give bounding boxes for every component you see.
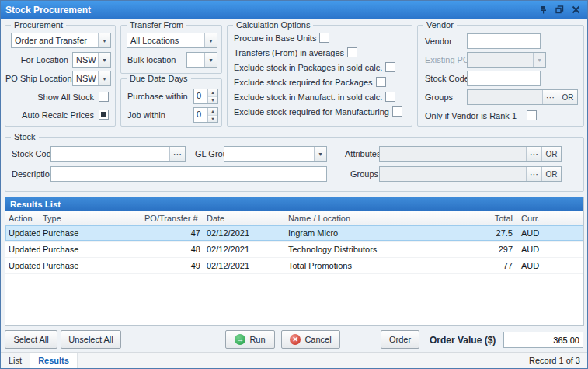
stock-code-lookup[interactable]: ⋯ [50,146,186,162]
calc-option[interactable]: Procure in Base Units [234,33,409,43]
restore-icon[interactable] [553,4,566,16]
cancel-button[interactable]: ✕ Cancel [281,330,340,349]
stock-group-caption: Stock [11,132,39,141]
stock-groups-or-button[interactable]: OR [541,167,561,181]
calc-option[interactable]: Exclude stock in Packages in sold calc. [234,62,409,72]
column-header-total[interactable]: Total [471,214,516,223]
cell-name-location: Technology Distributors [285,245,471,254]
ellipsis-icon[interactable]: ⋯ [526,147,541,161]
chevron-down-icon[interactable]: ▾ [98,33,110,47]
purchase-within-spinner[interactable]: 0 ▲ ▼ [193,89,218,104]
column-header-date[interactable]: Date [204,214,285,223]
attributes-or-button[interactable]: OR [541,147,561,161]
procurement-mode-select[interactable]: Order and Transfer ▾ [11,33,111,48]
spinner-down-icon[interactable]: ▼ [208,115,217,123]
cell-name-location: Ingram Micro [285,228,471,238]
vendor-groups-or-button[interactable]: OR [558,90,577,104]
run-label: Run [249,335,265,344]
cell-curr: AUD [516,261,583,270]
tab-results[interactable]: Results [30,353,78,368]
auto-recalc-checkbox[interactable] [99,110,109,120]
column-header-action[interactable]: Action [5,214,40,223]
order-button[interactable]: Order [381,330,419,349]
close-icon[interactable] [569,4,583,16]
calc-option[interactable]: Transfers (From) in averages [234,47,409,57]
calc-option[interactable]: Exclude stock required for Manufacturing [234,106,409,117]
calc-option-checkbox[interactable] [376,77,386,87]
transfer-from-select[interactable]: All Locations ▾ [127,33,217,48]
column-header-po-transfer[interactable]: PO/Transfer # [141,214,204,223]
column-header-type[interactable]: Type [40,214,141,223]
vendor-stock-code-input[interactable] [467,71,541,86]
spinner-buttons: ▲ ▼ [207,89,217,103]
run-button[interactable]: → Run [225,330,275,349]
table-row[interactable]: Updated Purchase 48 02/12/2021 Technolog… [5,242,583,258]
chevron-glyph: ▾ [318,151,322,158]
chevron-down-icon[interactable]: ▾ [314,147,326,161]
auto-recalc-label: Auto Recalc Prices [5,110,94,120]
column-header-name-location[interactable]: Name / Location [285,214,471,223]
calc-option[interactable]: Exclude stock in Manufact. in sold calc. [234,92,409,102]
stock-code-input[interactable] [51,147,169,161]
tab-list[interactable]: List [1,353,30,368]
table-row[interactable]: Updated Purchase 47 02/12/2021 Ingram Mi… [5,225,583,242]
calc-option[interactable]: Exclude stock required for Packages [234,77,409,87]
calc-option-label: Exclude stock required for Manufacturing [234,107,389,117]
cell-po-transfer: 47 [141,228,204,238]
due-date-days-group: Due Date Days Purchase within 0 ▲ ▼ Job … [120,78,222,127]
calc-option-checkbox[interactable] [319,33,329,43]
attributes-value [380,147,526,161]
cell-curr: AUD [516,245,583,254]
spinner-up-icon[interactable]: ▲ [208,89,217,96]
job-within-spinner[interactable]: 0 ▲ ▼ [193,107,218,123]
calc-option-checkbox[interactable] [347,47,357,57]
cell-curr: AUD [516,228,583,238]
calc-option-label: Exclude stock in Manufact. in sold calc. [234,92,382,102]
titlebar[interactable]: Stock Procurement [1,1,587,19]
vendor-input[interactable] [467,33,541,49]
description-input[interactable] [50,166,327,182]
chevron-down-icon[interactable]: ▾ [98,53,110,67]
show-all-stock-checkbox[interactable] [99,92,109,102]
po-ship-location-select[interactable]: NSW ▾ [72,71,111,86]
job-within-label: Job within [127,110,165,120]
ellipsis-icon[interactable]: ⋯ [542,90,558,104]
order-value-label: Order Value ($) [430,335,496,346]
purchase-within-label: Purchase within [127,92,188,102]
chevron-down-icon[interactable]: ▾ [204,53,217,67]
results-header-row[interactable]: Action Type PO/Transfer # Date Name / Lo… [5,211,583,225]
unselect-all-button[interactable]: Unselect All [61,330,121,349]
vendor-rank-checkbox[interactable] [527,110,537,120]
chevron-down-icon[interactable]: ▾ [98,71,110,85]
gl-group-select[interactable]: ▾ [224,146,327,162]
table-row[interactable]: Updated Purchase 49 02/12/2021 Total Pro… [5,258,583,274]
cell-type: Purchase [40,245,141,254]
calc-option-label: Transfers (From) in averages [234,48,344,57]
calc-option-checkbox[interactable] [392,106,402,117]
existing-po-select[interactable]: ▾ [467,52,546,68]
vendor-groups-lookup[interactable]: ⋯ OR [467,89,578,105]
column-header-curr[interactable]: Curr. [516,214,583,223]
status-bar: List Results Record 1 of 3 [1,352,587,368]
ellipsis-icon[interactable]: ⋯ [169,147,185,161]
spinner-down-icon[interactable]: ▼ [208,96,217,104]
pin-icon[interactable] [537,4,550,16]
spinner-up-icon[interactable]: ▲ [208,108,217,115]
vendor-stock-code-label: Stock Code [425,74,469,84]
results-list-caption: Results List [5,197,583,211]
for-location-select[interactable]: NSW ▾ [72,52,111,68]
calc-option-label: Exclude stock required for Packages [234,78,373,87]
select-all-label: Select All [13,335,48,344]
calc-option-checkbox[interactable] [385,92,395,102]
chevron-down-icon[interactable]: ▾ [204,33,217,47]
bulk-location-select[interactable]: ▾ [186,52,217,68]
ellipsis-icon[interactable]: ⋯ [526,167,541,181]
select-all-button[interactable]: Select All [5,330,57,349]
cell-date: 02/12/2021 [204,245,285,254]
for-location-label: For Location [5,55,68,65]
order-value-input[interactable] [503,332,583,348]
calc-option-checkbox[interactable] [385,62,395,72]
attributes-lookup[interactable]: ⋯ OR [379,146,562,162]
cell-type: Purchase [40,228,141,238]
stock-groups-lookup[interactable]: ⋯ OR [379,166,562,182]
